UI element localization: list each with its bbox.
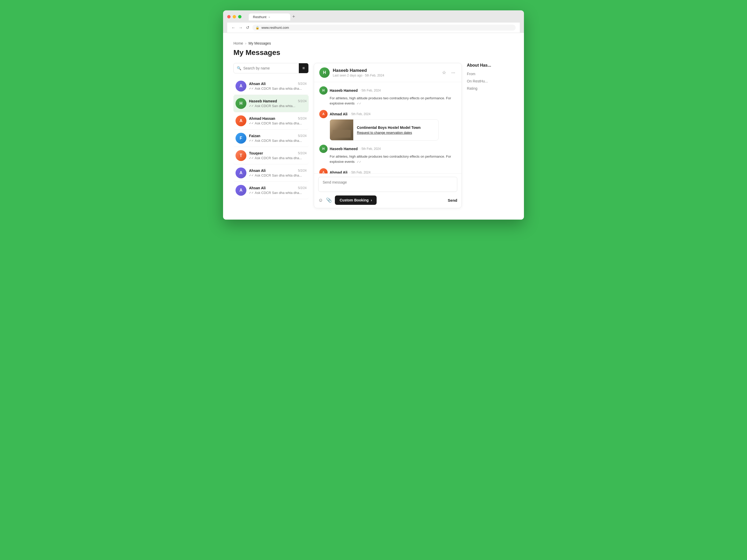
conv-name-row-touqeer: Touqeer 5/2/24 bbox=[249, 151, 307, 155]
conv-info-haseeb: Haseeb Hameed 5/2/24 ✓✓ Ask CDCR San dha… bbox=[249, 99, 307, 108]
lock-icon: 🔒 bbox=[256, 26, 259, 30]
main-layout: 🔍 ≡ A Ahsan Ali 5/2/24 ✓✓ Ask CDCR San d… bbox=[233, 63, 514, 208]
conv-name-row-faizan: Faizan 5/2/24 bbox=[249, 134, 307, 138]
msg-sender-haseeb-1: Haseeb Hameed bbox=[330, 88, 358, 92]
read-icon-3: ✓✓ bbox=[357, 160, 361, 163]
conv-preview-haseeb: ✓✓ Ask CDCR San dha whta... bbox=[249, 104, 307, 108]
conv-date-haseeb: 5/2/24 bbox=[298, 99, 307, 103]
hostel-action-link[interactable]: Request to change reservation dates bbox=[357, 131, 421, 135]
emoji-button[interactable]: ☺ bbox=[318, 197, 323, 203]
msg-date-2: · 5th Feb, 2024 bbox=[350, 112, 371, 116]
conv-date-touqeer: 5/2/24 bbox=[298, 152, 307, 155]
conversation-item-ahsan1[interactable]: A Ahsan Ali 5/2/24 ✓✓ Ask CDCR San dha w… bbox=[233, 78, 309, 95]
message-group-4: A Ahmad Ali · 5th Feb, 2024 bbox=[319, 168, 456, 174]
chat-header-actions: ☆ ··· bbox=[441, 69, 456, 77]
search-input-wrapper: 🔍 bbox=[234, 63, 299, 73]
more-options-button[interactable]: ··· bbox=[450, 69, 456, 77]
msg-sender-ahmad-2: Ahmad Ali bbox=[330, 170, 347, 174]
message-group-2: A Ahmad Ali · 5th Feb, 2024 Continental … bbox=[319, 110, 456, 140]
chat-input-area: ☺ 📎 Custom Booking › Send bbox=[314, 174, 461, 208]
read-icon-1: ✓✓ bbox=[357, 102, 361, 105]
right-panel-from: From bbox=[467, 72, 514, 76]
chat-messages: H Haseeb Hameed · 5th Feb, 2024 For athl… bbox=[314, 82, 461, 174]
conv-date-ahsan1: 5/2/24 bbox=[298, 82, 307, 85]
conv-preview-touqeer: ✓✓ Ask CDCR San dha whta dha... bbox=[249, 156, 307, 160]
conversation-item-ahsan2[interactable]: A Ahsan Ali 5/2/24 ✓✓ Ask CDCR San dha w… bbox=[233, 164, 309, 182]
message-input[interactable] bbox=[318, 177, 457, 192]
check-icon-touqeer: ✓✓ bbox=[249, 156, 254, 160]
chat-header: H Haseeb Hameed Last seen 2 days ago · 5… bbox=[314, 63, 461, 82]
conversation-item-ahmad[interactable]: A Ahmad Hassan 5/2/24 ✓✓ Ask CDCR San dh… bbox=[233, 112, 309, 130]
conv-date-ahsan2: 5/2/24 bbox=[298, 169, 307, 172]
hostel-image-inner bbox=[330, 119, 353, 140]
message-sender-row-1: H Haseeb Hameed · 5th Feb, 2024 bbox=[319, 86, 456, 95]
refresh-button[interactable]: ↺ bbox=[246, 25, 249, 30]
conversation-item-faizan[interactable]: F Faizan 5/2/24 ✓✓ Ask CDCR San dha whta… bbox=[233, 130, 309, 147]
msg-sender-haseeb-2: Haseeb Hameed bbox=[330, 147, 358, 151]
back-button[interactable]: ← bbox=[231, 25, 235, 30]
maximize-dot[interactable] bbox=[238, 15, 241, 19]
conv-preview-text-ahsan1: Ask CDCR San dha whta dha... bbox=[255, 87, 302, 90]
msg-date-4: · 5th Feb, 2024 bbox=[350, 170, 371, 174]
msg-avatar-ahmad-1: A bbox=[319, 110, 328, 118]
conv-name-row-ahmad: Ahmad Hassan 5/2/24 bbox=[249, 116, 307, 121]
conv-name-ahsan3: Ahsan Ali bbox=[249, 186, 265, 190]
custom-booking-button[interactable]: Custom Booking › bbox=[335, 195, 377, 205]
conv-name-row-haseeb: Haseeb Hameed 5/2/24 bbox=[249, 99, 307, 103]
address-bar: ← → ↺ 🔒 www.resthunt.com bbox=[227, 23, 520, 33]
url-field[interactable]: 🔒 www.resthunt.com bbox=[252, 25, 516, 31]
filter-button[interactable]: ≡ bbox=[299, 63, 308, 73]
conv-preview-text-haseeb: Ask CDCR San dha whta... bbox=[255, 104, 295, 108]
chat-contact-info: Haseeb Hameed Last seen 2 days ago · 5th… bbox=[333, 68, 384, 77]
conversation-item-ahsan3[interactable]: A Ahsan Ali 5/2/24 ✓✓ Ask CDCR San dha w… bbox=[233, 182, 309, 199]
check-icon-haseeb: ✓✓ bbox=[249, 104, 254, 108]
right-panel: About Has... From On RestHu... Rating bbox=[467, 63, 514, 94]
conv-date-ahmad: 5/2/24 bbox=[298, 117, 307, 120]
conv-name-haseeb: Haseeb Hameed bbox=[249, 99, 277, 103]
page-title: My Messages bbox=[233, 49, 514, 57]
url-text: www.resthunt.com bbox=[261, 26, 289, 30]
forward-button[interactable]: → bbox=[239, 25, 243, 30]
send-button[interactable]: Send bbox=[448, 198, 457, 203]
search-bar: 🔍 ≡ bbox=[233, 63, 309, 73]
message-group-1: H Haseeb Hameed · 5th Feb, 2024 For athl… bbox=[319, 86, 456, 106]
active-tab[interactable]: Resthunt × bbox=[249, 14, 290, 21]
search-input[interactable] bbox=[243, 66, 296, 70]
conv-info-touqeer: Touqeer 5/2/24 ✓✓ Ask CDCR San dha whta … bbox=[249, 151, 307, 160]
new-tab-button[interactable]: + bbox=[290, 13, 297, 21]
conversation-list: 🔍 ≡ A Ahsan Ali 5/2/24 ✓✓ Ask CDCR San d… bbox=[233, 63, 309, 199]
check-icon-ahmad: ✓✓ bbox=[249, 122, 254, 125]
message-group-3: H Haseeb Hameed · 5th Feb, 2024 For athl… bbox=[319, 145, 456, 164]
msg-sender-ahmad-1: Ahmad Ali bbox=[330, 112, 347, 116]
msg-date-1: · 5th Feb, 2024 bbox=[360, 89, 381, 92]
conv-info-ahsan1: Ahsan Ali 5/2/24 ✓✓ Ask CDCR San dha wht… bbox=[249, 82, 307, 90]
conv-name-touqeer: Touqeer bbox=[249, 151, 263, 155]
browser-controls: Resthunt × + bbox=[227, 13, 520, 21]
conversation-item-haseeb[interactable]: H Haseeb Hameed 5/2/24 ✓✓ Ask CDCR San d… bbox=[233, 95, 309, 112]
close-dot[interactable] bbox=[227, 15, 231, 19]
breadcrumb: Home › My Messages bbox=[233, 41, 514, 45]
conversation-item-touqeer[interactable]: T Touqeer 5/2/24 ✓✓ Ask CDCR San dha wht… bbox=[233, 147, 309, 164]
chat-panel: H Haseeb Hameed Last seen 2 days ago · 5… bbox=[314, 63, 462, 208]
conv-avatar-faizan: F bbox=[235, 133, 247, 144]
msg-avatar-ahmad-2: A bbox=[319, 168, 328, 174]
conv-preview-text-faizan: Ask CDCR San dha whta dha... bbox=[255, 139, 302, 142]
right-panel-on: On RestHu... bbox=[467, 79, 514, 83]
minimize-dot[interactable] bbox=[233, 15, 236, 19]
conv-name-ahsan2: Ahsan Ali bbox=[249, 168, 265, 173]
chat-header-left: H Haseeb Hameed Last seen 2 days ago · 5… bbox=[319, 68, 384, 78]
chat-toolbar-left: ☺ 📎 Custom Booking › bbox=[318, 195, 377, 205]
tab-close-button[interactable]: × bbox=[268, 16, 270, 19]
conv-preview-text-ahsan2: Ask CDCR San dha whta dha... bbox=[255, 174, 302, 177]
search-icon: 🔍 bbox=[237, 66, 241, 70]
attach-button[interactable]: 📎 bbox=[326, 197, 332, 203]
hostel-card[interactable]: Continental Boys Hostel Model Town Reque… bbox=[330, 119, 439, 140]
star-button[interactable]: ☆ bbox=[441, 69, 447, 77]
conv-preview-ahmad: ✓✓ Ask CDCR San dha whta dha... bbox=[249, 121, 307, 125]
conv-preview-text-ahsan3: Ask CDCR San dha whta dha... bbox=[255, 191, 302, 195]
tab-title: Resthunt bbox=[253, 15, 266, 19]
conv-name-ahsan1: Ahsan Ali bbox=[249, 82, 265, 86]
msg-avatar-haseeb-1: H bbox=[319, 86, 328, 95]
breadcrumb-home[interactable]: Home bbox=[233, 41, 243, 45]
msg-text-1: For athletes, high altitude produces two… bbox=[319, 96, 456, 106]
